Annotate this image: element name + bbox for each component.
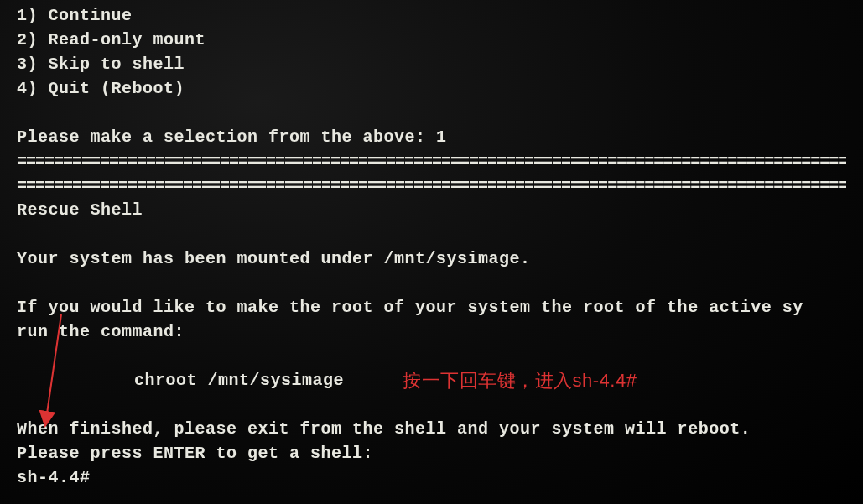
blank-line (17, 271, 846, 295)
selection-input-value[interactable]: 1 (436, 127, 447, 147)
separator-line-1: ========================================… (17, 149, 846, 174)
chroot-command: chroot /mnt/sysimage (17, 368, 846, 392)
instruction-line-1: If you would like to make the root of yo… (17, 295, 846, 320)
menu-option-1: 1) Continue (17, 3, 846, 28)
finished-message: When finished, please exit from the shel… (17, 417, 846, 441)
shell-prompt[interactable]: sh-4.4# (17, 465, 846, 490)
selection-prompt-line: Please make a selection from the above: … (17, 125, 846, 149)
blank-line (17, 344, 846, 368)
mounted-message: Your system has been mounted under /mnt/… (17, 247, 846, 271)
enter-prompt: Please press ENTER to get a shell: (17, 441, 846, 465)
instruction-line-2: run the command: (17, 320, 846, 344)
blank-line (17, 101, 846, 125)
menu-option-3: 3) Skip to shell (17, 52, 846, 76)
rescue-shell-title: Rescue Shell (17, 198, 846, 222)
blank-line (17, 222, 846, 247)
separator-line-2: ========================================… (17, 174, 846, 198)
menu-option-4: 4) Quit (Reboot) (17, 76, 846, 101)
menu-option-2: 2) Read-only mount (17, 28, 846, 52)
blank-line (17, 392, 846, 417)
selection-prompt-text: Please make a selection from the above: (17, 127, 436, 147)
